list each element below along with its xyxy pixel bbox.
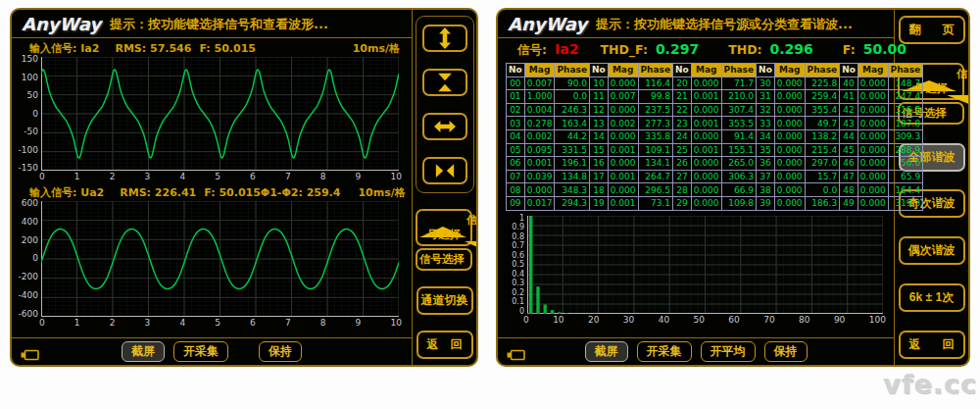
zoom-horizontal-expand-button[interactable]: [422, 113, 467, 140]
vertical-expand-icon: [434, 27, 456, 49]
signal-value: Ia2: [555, 41, 578, 57]
channel-switch-button[interactable]: 通道切换: [416, 286, 473, 315]
harmonic-no: 04: [507, 129, 525, 143]
col-header-no: No: [590, 64, 609, 77]
waveform-panel: AnyWay 提示：按功能键选择信号和查看波形... 输入信号: Ia2 RMS…: [10, 8, 478, 367]
harmonic-no: 35: [757, 143, 775, 157]
harmonic-no: 34: [757, 129, 775, 143]
harmonic-mag: 0.001: [608, 143, 638, 157]
six-k-pm1-button[interactable]: 6k ± 1次: [899, 283, 965, 312]
ua2-waveform-plot: [41, 201, 399, 317]
harmonics-panel-main: AnyWay 提示：按功能键选择信号源或分类查看谐波... 信号: Ia2 TH…: [498, 10, 894, 365]
y-tick-label: -100: [16, 148, 38, 153]
chart2-timebase: 10ms/格: [358, 185, 405, 200]
harmonic-no: 09: [507, 196, 525, 210]
x-tick-label: 9: [356, 318, 362, 328]
y-tick-label: -200: [16, 275, 38, 280]
harmonic-phase: 163.4: [555, 117, 590, 130]
spectrum-block: 10.90.80.70.60.50.40.30.20.10: [498, 211, 894, 314]
harmonic-no: 42: [840, 103, 858, 117]
x-tick-label: 30: [623, 315, 634, 325]
harmonic-mag: 0.000: [774, 90, 805, 104]
harmonic-mag: 0.001: [691, 90, 721, 104]
back-button[interactable]: 返 回: [899, 331, 965, 359]
harmonic-mag: 0.000: [691, 77, 721, 90]
hold-button[interactable]: 保持: [764, 341, 808, 362]
signal-select-down-button[interactable]: 信号选择: [416, 248, 472, 271]
harmonic-no: 15: [590, 143, 609, 157]
y-tick-label: 0: [16, 112, 38, 117]
harmonic-phase: 297.0: [805, 157, 840, 171]
harmonics-panel: AnyWay 提示：按功能键选择信号源或分类查看谐波... 信号: Ia2 TH…: [496, 8, 970, 367]
harmonic-no: 41: [840, 90, 858, 104]
x-tick-label: 3: [145, 318, 151, 328]
harmonic-no: 26: [673, 157, 692, 171]
harmonic-no: 37: [757, 170, 775, 183]
harmonic-bar: [544, 304, 547, 314]
harmonic-mag: 0.000: [774, 157, 805, 171]
harmonic-phase: 134.8: [555, 170, 590, 183]
harmonic-no: 32: [757, 103, 775, 117]
col-header-mag: Mag: [691, 64, 721, 77]
start-acquisition-button[interactable]: 开采集: [637, 341, 692, 362]
col-header-phase: Phase: [555, 64, 590, 77]
start-acquisition-button[interactable]: 开采集: [173, 341, 228, 362]
start-average-button[interactable]: 开平均: [701, 341, 756, 362]
chart2-block: 6004002000-200-400-600: [12, 201, 412, 317]
zoom-vertical-compress-button[interactable]: [422, 69, 467, 96]
col-header-mag: Mag: [524, 64, 555, 77]
harmonic-mag: 0.000: [691, 103, 721, 117]
left-button-column: 信号选择 信号选择 通道切换 返 回: [412, 10, 476, 365]
y-tick-label: -50: [16, 129, 38, 134]
harmonic-no: 36: [757, 157, 775, 171]
harmonic-phase: 210.0: [721, 90, 757, 104]
x-tick-label: 70: [763, 315, 774, 325]
even-harmonics-button[interactable]: 偶次谐波: [899, 236, 965, 265]
harmonic-no: 49: [840, 196, 858, 210]
screenshot-button[interactable]: 截屏: [585, 341, 628, 362]
back-button[interactable]: 返 回: [416, 331, 473, 359]
harmonic-mag: 0.000: [524, 183, 555, 197]
hold-button[interactable]: 保持: [259, 341, 302, 362]
zoom-horizontal-compress-button[interactable]: [422, 157, 467, 184]
harmonic-mag: 0.000: [608, 183, 638, 197]
anyway-logo: AnyWay: [22, 14, 101, 34]
harmonic-mag: 0.000: [858, 129, 888, 143]
right-header: AnyWay 提示：按功能键选择信号源或分类查看谐波...: [498, 10, 894, 38]
harmonic-mag: 0.007: [608, 90, 638, 104]
f-value: 50.00: [863, 41, 906, 57]
harmonic-no: 40: [840, 77, 858, 90]
harmonic-phase: 348.3: [555, 183, 590, 197]
watermark: vfe.cc: [883, 369, 977, 399]
harmonic-phase: 335.8: [638, 129, 673, 143]
y-tick-label: 0.1: [506, 299, 524, 304]
thdf-label: THD_F:: [600, 42, 647, 57]
y-tick-label: 50: [16, 93, 38, 98]
harmonic-phase: 246.3: [555, 103, 590, 117]
harmonic-row: 040.00244.2140.000335.8240.00091.4340.00…: [507, 129, 923, 143]
x-tick-label: 5: [215, 172, 220, 181]
x-tick-label: 60: [728, 315, 739, 325]
harmonic-no: 23: [673, 117, 692, 130]
harmonic-row: 060.001196.1160.000134.1260.000265.0360.…: [507, 157, 923, 171]
left-header: AnyWay 提示：按功能键选择信号和查看波形...: [12, 10, 412, 38]
screenshot-button[interactable]: 截屏: [122, 341, 165, 362]
harmonic-no: 12: [590, 103, 609, 117]
harmonic-phase: 306.3: [721, 170, 757, 183]
zoom-vertical-expand-button[interactable]: [422, 25, 467, 52]
harmonic-phase: 0.0: [555, 90, 590, 104]
x-tick-label: 6: [250, 172, 256, 181]
col-header-mag: Mag: [608, 64, 638, 77]
col-header-no: No: [840, 64, 858, 77]
harmonic-phase: 316.5: [888, 103, 923, 117]
harmonic-phase: 73.1: [638, 196, 673, 210]
page-turn-button[interactable]: 翻 页: [899, 16, 965, 44]
x-tick-label: 2: [110, 172, 116, 181]
harmonic-row: 030.278163.4130.002277.3230.001353.5330.…: [507, 117, 923, 130]
x-tick-label: 5: [215, 318, 220, 328]
harmonic-mag: 0.000: [858, 183, 888, 197]
chart1-label-row: 输入信号: Ia2 RMS: 57.546 F: 50.015 10ms/格: [12, 38, 412, 57]
harmonic-mag: 0.000: [691, 183, 721, 197]
triangle-down-icon: [947, 95, 970, 120]
harmonic-no: 24: [673, 129, 692, 143]
